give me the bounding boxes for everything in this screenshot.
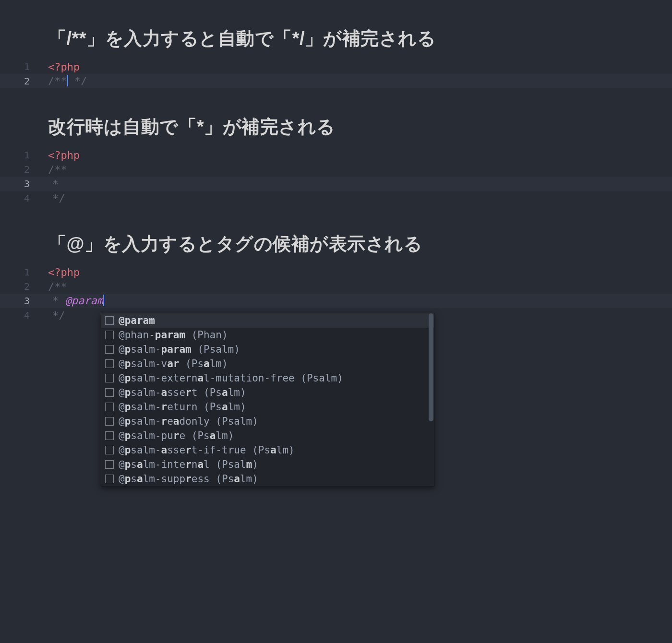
autocomplete-label: @psalm-assert (Psalm) xyxy=(119,387,246,398)
code-token: @param xyxy=(65,295,103,307)
snippet-icon xyxy=(105,374,114,382)
section: 「/**」を入力すると自動で「*/」が補完される1<?php2/** */ xyxy=(0,0,672,88)
autocomplete-item[interactable]: @psalm-return (Psalm) xyxy=(101,400,434,414)
code-content[interactable]: <?php xyxy=(48,149,80,161)
line-number: 2 xyxy=(0,75,48,87)
line-number: 4 xyxy=(0,192,48,204)
snippet-icon xyxy=(105,345,114,354)
code-editor[interactable]: 1<?php2/** */ xyxy=(0,60,672,88)
snippet-icon xyxy=(105,331,114,339)
snippet-icon xyxy=(105,475,114,483)
snippet-icon xyxy=(105,388,114,397)
autocomplete-scrollbar[interactable] xyxy=(428,313,434,486)
code-line[interactable]: 4*/ xyxy=(0,191,672,205)
autocomplete-label: @psalm-return (Psalm) xyxy=(119,401,246,413)
line-number: 1 xyxy=(0,266,48,278)
text-cursor xyxy=(67,75,68,86)
autocomplete-label: @psalm-external-mutation-free (Psalm) xyxy=(119,372,343,384)
snippet-icon xyxy=(105,417,114,426)
code-editor[interactable]: 1<?php2/**3* @param4*/@param@phan-param … xyxy=(0,265,672,322)
code-token: /** xyxy=(48,75,67,87)
code-line[interactable]: 2/** */ xyxy=(0,74,672,88)
code-line[interactable]: 1<?php xyxy=(0,265,672,279)
snippet-icon xyxy=(105,359,114,368)
section-heading: 「@」を入力するとタグの候補が表示される xyxy=(0,232,672,265)
autocomplete-item[interactable]: @psalm-internal (Psalm) xyxy=(101,457,434,472)
code-content[interactable]: /** */ xyxy=(48,75,87,87)
code-line[interactable]: 1<?php xyxy=(0,148,672,162)
snippet-icon xyxy=(105,316,114,325)
code-token: */ xyxy=(52,192,65,204)
autocomplete-item[interactable]: @psalm-suppress (Psalm) xyxy=(101,472,434,486)
code-content[interactable]: */ xyxy=(48,192,65,204)
code-token: */ xyxy=(52,310,65,322)
autocomplete-label: @psalm-internal (Psalm) xyxy=(119,459,258,470)
autocomplete-item[interactable]: @psalm-param (Psalm) xyxy=(101,342,434,357)
autocomplete-item[interactable]: @psalm-var (Psalm) xyxy=(101,357,434,371)
code-token: /** xyxy=(48,281,67,293)
snippet-icon xyxy=(105,446,114,454)
snippet-icon xyxy=(105,403,114,411)
code-token: * xyxy=(52,295,65,307)
scrollbar-thumb[interactable] xyxy=(429,313,433,421)
text-cursor xyxy=(103,295,104,306)
line-number: 1 xyxy=(0,149,48,161)
code-editor[interactable]: 1<?php2/**3* 4*/ xyxy=(0,148,672,205)
code-line[interactable]: 3* @param xyxy=(0,294,672,308)
autocomplete-label: @psalm-readonly (Psalm) xyxy=(119,416,258,427)
autocomplete-label: @psalm-pure (Psalm) xyxy=(119,430,234,441)
autocomplete-label: @psalm-param (Psalm) xyxy=(119,344,240,355)
code-line[interactable]: 2/** xyxy=(0,162,672,177)
code-token: <?php xyxy=(48,61,80,73)
page-root: 「/**」を入力すると自動で「*/」が補完される1<?php2/** */改行時… xyxy=(0,0,672,322)
code-content[interactable]: <?php xyxy=(48,61,80,73)
code-line[interactable]: 1<?php xyxy=(0,60,672,74)
line-number: 2 xyxy=(0,281,48,292)
autocomplete-item[interactable]: @psalm-external-mutation-free (Psalm) xyxy=(101,371,434,385)
line-number: 3 xyxy=(0,295,48,307)
code-content[interactable]: /** xyxy=(48,164,67,176)
line-number: 2 xyxy=(0,164,48,175)
code-token: <?php xyxy=(48,266,80,278)
code-content[interactable]: */ xyxy=(48,310,65,322)
autocomplete-item[interactable]: @param xyxy=(101,313,434,328)
code-content[interactable]: * @param xyxy=(48,295,104,307)
autocomplete-item[interactable]: @psalm-pure (Psalm) xyxy=(101,429,434,443)
autocomplete-label: @param xyxy=(119,315,155,326)
code-line[interactable]: 2/** xyxy=(0,279,672,294)
section: 改行時は自動で「*」が補完される1<?php2/**3* 4*/ xyxy=(0,88,672,205)
autocomplete-label: @psalm-suppress (Psalm) xyxy=(119,473,258,485)
section-heading: 「/**」を入力すると自動で「*/」が補完される xyxy=(0,26,672,60)
section-heading: 改行時は自動で「*」が補完される xyxy=(0,115,672,148)
code-content[interactable]: <?php xyxy=(48,266,80,278)
autocomplete-item[interactable]: @psalm-assert-if-true (Psalm) xyxy=(101,443,434,457)
autocomplete-label: @psalm-assert-if-true (Psalm) xyxy=(119,444,295,456)
code-content[interactable]: * xyxy=(48,178,65,190)
line-number: 3 xyxy=(0,178,48,190)
code-line[interactable]: 3* xyxy=(0,177,672,191)
autocomplete-item[interactable]: @phan-param (Phan) xyxy=(101,328,434,342)
code-token: */ xyxy=(68,75,87,87)
code-token: * xyxy=(52,178,65,190)
code-token: /** xyxy=(48,164,67,176)
autocomplete-label: @phan-param (Phan) xyxy=(119,329,228,341)
line-number: 1 xyxy=(0,61,48,72)
snippet-icon xyxy=(105,460,114,469)
autocomplete-label: @psalm-var (Psalm) xyxy=(119,358,228,369)
line-number: 4 xyxy=(0,310,48,321)
autocomplete-item[interactable]: @psalm-readonly (Psalm) xyxy=(101,414,434,429)
autocomplete-item[interactable]: @psalm-assert (Psalm) xyxy=(101,385,434,400)
snippet-icon xyxy=(105,431,114,440)
autocomplete-popup[interactable]: @param@phan-param (Phan)@psalm-param (Ps… xyxy=(101,313,434,487)
code-token: <?php xyxy=(48,149,80,161)
code-content[interactable]: /** xyxy=(48,281,67,293)
section: 「@」を入力するとタグの候補が表示される1<?php2/**3* @param4… xyxy=(0,205,672,322)
